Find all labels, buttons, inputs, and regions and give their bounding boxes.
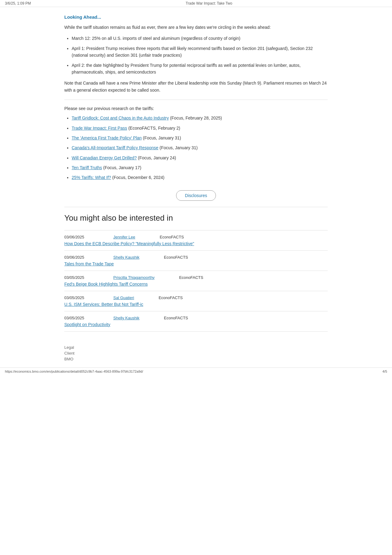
article-meta-3: 03/05/2025 Sal Guatieri EconoFACTS [64,295,328,300]
bullet-item-1: March 12: 25% on all U.S. imports of ste… [72,35,328,42]
research-item-3: Canada's All-Important Tariff Policy Res… [72,144,328,151]
divider-2 [64,207,328,207]
disclosures-button[interactable]: Disclosures [176,190,216,201]
article-author-0[interactable]: Jennifer Lee [113,235,135,239]
article-title-link-2[interactable]: Fed's Beige Book Highlights Tariff Conce… [64,282,148,287]
looking-ahead-title: Looking Ahead... [64,14,328,20]
article-category-0: EconoFACTS [160,235,184,239]
article-item-1: 03/06/2025 Shelly Kaushik EconoFACTS Tal… [64,251,328,271]
research-link-4[interactable]: Will Canadian Energy Get Drilled? [72,155,137,160]
browser-bar: 3/6/25, 1:09 PM Trade War Impact: Take T… [0,0,392,7]
disclosures-button-wrap: Disclosures [64,190,328,201]
looking-ahead-list: March 12: 25% on all U.S. imports of ste… [72,35,328,75]
looking-ahead-intro: While the tariff situation remains as fl… [64,24,328,31]
article-item-3: 03/05/2025 Sal Guatieri EconoFACTS U.S. … [64,291,328,311]
main-content: Looking Ahead... While the tariff situat… [58,7,334,339]
article-item-0: 03/06/2025 Jennifer Lee EconoFACTS How D… [64,230,328,251]
article-item-2: 03/05/2025 Priscilla Thiagamoorthy Econo… [64,271,328,291]
footer-links: Legal Client BMO [64,345,328,361]
article-meta-4: 03/05/2025 Shelly Kaushik EconoFACTS [64,316,328,320]
article-title-link-4[interactable]: Spotlight on Productivity [64,322,110,327]
research-link-1[interactable]: Trade War Impact: First Pass [72,126,127,131]
article-list: 03/06/2025 Jennifer Lee EconoFACTS How D… [64,230,328,332]
research-detail-5: (Focus, January 17) [103,165,141,170]
article-title-link-1[interactable]: Tales from the Trade Tape [64,261,114,266]
article-author-1[interactable]: Shelly Kaushik [113,255,139,260]
article-title-link-0[interactable]: How Does the ECB Describe Policy? "Meani… [64,241,194,246]
url-text: https://economics.bmo.com/en/publication… [5,370,143,373]
research-item-6: 25% Tariffs: What If? (Focus, December 6… [72,174,328,181]
divider-1 [64,100,328,100]
article-date-2: 03/05/2025 [64,275,89,280]
bullet-item-2: April 1: President Trump receives three … [72,45,328,59]
article-date-4: 03/05/2025 [64,316,89,320]
research-link-3[interactable]: Canada's All-Important Tariff Policy Res… [72,145,158,150]
footer-link-bmo[interactable]: BMO [64,357,328,361]
research-list: Tariff Gridlock: Cost and Chaos in the A… [72,115,328,181]
research-detail-3: (Focus, January 31) [160,145,198,150]
footer-link-client[interactable]: Client [64,351,328,355]
article-date-1: 03/06/2025 [64,255,89,260]
article-title-link-3[interactable]: U.S. ISM Services: Better But Not Tariff… [64,302,143,307]
also-interested-title: You might also be interested in [64,213,328,223]
research-item-1: Trade War Impact: First Pass (EconoFACTS… [72,125,328,131]
research-link-5[interactable]: Ten Tariff Truths [72,165,102,170]
looking-ahead-note: Note that Canada will have a new Prime M… [64,80,328,93]
article-author-2[interactable]: Priscilla Thiagamoorthy [113,275,155,280]
research-item-0: Tariff Gridlock: Cost and Chaos in the A… [72,115,328,121]
footer-link-legal[interactable]: Legal [64,345,328,350]
browser-date-time: 3/6/25, 1:09 PM [5,1,31,6]
article-meta-0: 03/06/2025 Jennifer Lee EconoFACTS [64,235,328,239]
url-indicator: 4/5 [383,370,387,373]
research-intro: Please see our previous research on the … [64,106,328,111]
research-link-0[interactable]: Tariff Gridlock: Cost and Chaos in the A… [72,116,169,120]
research-item-4: Will Canadian Energy Get Drilled? (Focus… [72,154,328,161]
article-category-4: EconoFACTS [164,316,188,320]
research-detail-2: (Focus, January 31) [143,135,181,140]
research-detail-6: (Focus, December 6, 2024) [112,175,164,180]
browser-page-title: Trade War Impact: Take Two [186,1,232,6]
research-item-5: Ten Tariff Truths (Focus, January 17) [72,164,328,171]
looking-ahead-section: Looking Ahead... While the tariff situat… [64,14,328,93]
article-date-3: 03/05/2025 [64,295,89,300]
article-meta-1: 03/06/2025 Shelly Kaushik EconoFACTS [64,255,328,260]
research-detail-1: (EconoFACTS, February 2) [128,126,180,131]
research-link-2[interactable]: The 'America First Trade Policy' Plan [72,135,142,140]
article-author-3[interactable]: Sal Guatieri [113,295,134,300]
research-item-2: The 'America First Trade Policy' Plan (F… [72,135,328,141]
article-date-0: 03/06/2025 [64,235,89,239]
article-category-2: EconoFACTS [179,275,203,280]
article-category-3: EconoFACTS [159,295,183,300]
url-bar: https://economics.bmo.com/en/publication… [0,367,392,375]
article-author-4[interactable]: Shelly Kaushik [113,316,139,320]
article-meta-2: 03/05/2025 Priscilla Thiagamoorthy Econo… [64,275,328,280]
footer-section: Legal Client BMO [58,339,334,367]
article-item-4: 03/05/2025 Shelly Kaushik EconoFACTS Spo… [64,311,328,332]
research-detail-4: (Focus, January 24) [138,155,176,160]
research-detail-0: (Focus, February 28, 2025) [170,116,222,120]
previous-research-section: Please see our previous research on the … [64,106,328,181]
bullet-item-3: April 2: the date highlighted by Preside… [72,62,328,76]
also-interested-section: You might also be interested in 03/06/20… [64,213,328,332]
research-link-6[interactable]: 25% Tariffs: What If? [72,175,111,180]
article-category-1: EconoFACTS [164,255,188,260]
